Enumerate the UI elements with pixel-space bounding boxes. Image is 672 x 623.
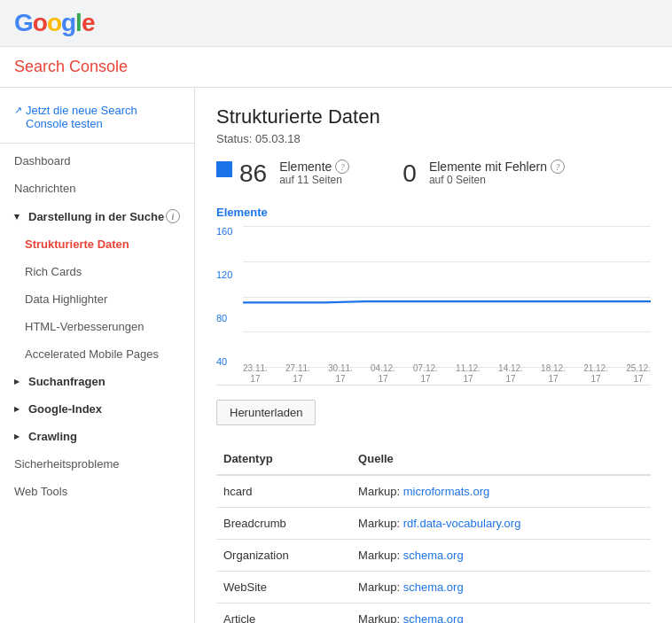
sidebar-item-html-verbesserungen[interactable]: HTML-Verbesserungen (0, 313, 194, 340)
expand-arrow-icon-suchanfragen: ▸ (14, 376, 20, 387)
collapse-arrow-icon: ▾ (14, 211, 20, 222)
chart-svg (243, 226, 651, 367)
table-cell-datentyp: Article (216, 604, 351, 624)
chart-y-axis: 40 80 120 160 (216, 226, 232, 385)
table-cell-datentyp: Breadcrumb (216, 508, 351, 540)
sidebar-item-data-highlighter[interactable]: Data Highlighter (0, 285, 194, 313)
sidebar-item-sicherheitsprobleme[interactable]: Sicherheitsprobleme (0, 450, 194, 478)
chart-x-labels: 23.11.17 27.11.17 30.11.17 04.12.17 07.1… (243, 363, 651, 385)
main-content: Strukturierte Daten Status: 05.03.18 86 … (195, 88, 672, 623)
status-text: Status: 05.03.18 (216, 132, 651, 145)
table-cell-quelle: Markup: microformats.org (351, 475, 651, 508)
page-title: Strukturierte Daten (216, 105, 651, 128)
stat-block-errors: 0 Elemente mit Fehlern ? auf 0 Seiten (402, 160, 565, 188)
chart-container: 40 80 120 160 (216, 226, 651, 385)
table-row: WebSiteMarkup: schema.org (216, 572, 651, 604)
data-table: Datentyp Quelle hcardMarkup: microformat… (216, 443, 651, 623)
table-cell-datentyp: WebSite (216, 572, 351, 604)
stat-icon-elements (216, 161, 232, 177)
stat-number-errors: 0 (402, 160, 417, 188)
sidebar-item-rich-cards[interactable]: Rich Cards (0, 258, 194, 285)
sidebar-section-google-index[interactable]: ▸ Google-Index (0, 395, 194, 423)
table-header-quelle: Quelle (351, 443, 651, 475)
chart-x-label-7: 18.12.17 (541, 363, 566, 385)
chart-y-label-160: 160 (216, 226, 232, 237)
sidebar-item-nachrichten[interactable]: Nachrichten (0, 175, 194, 202)
table-source-link[interactable]: rdf.data-vocabulary.org (403, 517, 521, 530)
sidebar-section-crawling[interactable]: ▸ Crawling (0, 423, 194, 450)
stat-block-elements: 86 Elemente ? auf 11 Seiten (216, 160, 349, 188)
sidebar-item-amp[interactable]: Accelerated Mobile Pages (0, 340, 194, 368)
external-link-icon: ↗ (14, 105, 22, 116)
table-row: BreadcrumbMarkup: rdf.data-vocabulary.or… (216, 508, 651, 540)
table-cell-quelle: Markup: schema.org (351, 540, 651, 572)
stat-sub-elements: auf 11 Seiten (279, 174, 349, 186)
stat-label-group-errors: Elemente mit Fehlern ? auf 0 Seiten (429, 160, 565, 186)
table-cell-quelle: Markup: rdf.data-vocabulary.org (351, 508, 651, 540)
table-cell-quelle: Markup: schema.org (351, 572, 651, 604)
sub-header: Search Console (0, 47, 672, 88)
chart-x-label-9: 25.12.17 (626, 363, 651, 385)
help-icon-errors[interactable]: ? (551, 160, 565, 174)
chart-y-label-80: 80 (216, 313, 232, 323)
table-row: OrganizationMarkup: schema.org (216, 540, 651, 572)
table-source-link[interactable]: microformats.org (403, 485, 490, 498)
chart-x-label-5: 11.12.17 (456, 363, 481, 385)
stat-sub-errors: auf 0 Seiten (429, 174, 565, 186)
app-title: Search Console (14, 58, 128, 75)
google-logo: Google (14, 9, 94, 37)
sidebar: ↗ Jetzt die neue Search Console testen D… (0, 88, 195, 623)
sidebar-new-console-link[interactable]: ↗ Jetzt die neue Search Console testen (0, 95, 194, 139)
table-cell-quelle: Markup: schema.org (351, 604, 651, 624)
chart-y-label-40: 40 (216, 356, 232, 367)
sidebar-item-strukturierte-daten[interactable]: Strukturierte Daten (0, 230, 194, 258)
header: Google (0, 0, 672, 47)
chart-label: Elemente (216, 206, 651, 219)
stat-number-elements: 86 (239, 160, 267, 188)
expand-arrow-icon-crawling: ▸ (14, 431, 20, 442)
sidebar-item-web-tools[interactable]: Web Tools (0, 478, 194, 505)
table-source-link[interactable]: schema.org (403, 549, 464, 562)
chart-x-label-1: 27.11.17 (285, 363, 310, 385)
sidebar-section-suchanfragen[interactable]: ▸ Suchanfragen (0, 368, 194, 395)
chart-x-label-3: 04.12.17 (371, 363, 395, 385)
sidebar-section-darstellung[interactable]: ▾ Darstellung in der Suche i (0, 202, 194, 230)
layout: ↗ Jetzt die neue Search Console testen D… (0, 88, 672, 623)
chart-x-label-0: 23.11.17 (243, 363, 268, 385)
stats-row: 86 Elemente ? auf 11 Seiten 0 Elemente m… (216, 160, 651, 188)
table-source-link[interactable]: schema.org (403, 580, 464, 594)
chart-section: Elemente 40 80 120 160 (216, 206, 651, 385)
table-row: ArticleMarkup: schema.org (216, 604, 651, 624)
chart-x-label-6: 14.12.17 (498, 363, 523, 385)
help-icon-elements[interactable]: ? (335, 160, 349, 174)
sidebar-item-dashboard[interactable]: Dashboard (0, 147, 194, 175)
table-row: hcardMarkup: microformats.org (216, 475, 651, 508)
chart-drawing-area (243, 226, 651, 367)
chart-x-label-4: 07.12.17 (413, 363, 438, 385)
download-button[interactable]: Herunterladen (216, 400, 316, 425)
stat-label-group-elements: Elemente ? auf 11 Seiten (279, 160, 349, 186)
table-header-datentyp: Datentyp (216, 443, 351, 475)
chart-x-label-2: 30.11.17 (328, 363, 353, 385)
table-cell-datentyp: hcard (216, 475, 351, 508)
expand-arrow-icon-google-index: ▸ (14, 403, 20, 415)
table-source-link[interactable]: schema.org (403, 612, 464, 623)
table-cell-datentyp: Organization (216, 540, 351, 572)
info-icon[interactable]: i (166, 209, 180, 223)
chart-y-label-120: 120 (216, 269, 232, 280)
chart-x-label-8: 21.12.17 (583, 363, 608, 385)
